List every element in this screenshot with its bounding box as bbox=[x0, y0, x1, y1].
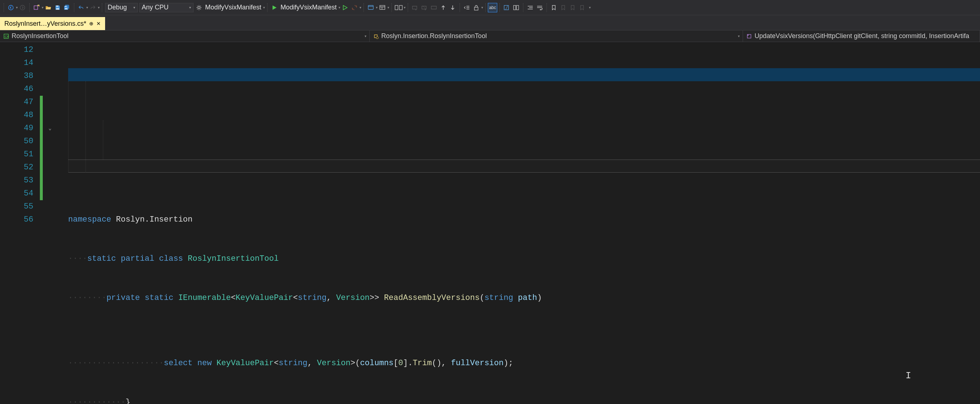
svg-rect-2 bbox=[34, 6, 38, 10]
code-line: ····················select new KeyValueP… bbox=[68, 357, 980, 370]
svg-rect-11 bbox=[399, 5, 402, 10]
line-number: 14 bbox=[0, 57, 33, 70]
indent-lines-button[interactable] bbox=[525, 3, 535, 12]
comment-block-button[interactable] bbox=[429, 3, 439, 12]
member-dropdown[interactable]: UpdateVsixVersions(GitHttpClient gitClie… bbox=[743, 30, 980, 42]
line-number: 47 bbox=[0, 96, 33, 109]
svg-rect-14 bbox=[514, 5, 516, 10]
csproj-icon: C# bbox=[3, 33, 10, 40]
bookmark-prev-button[interactable] bbox=[558, 3, 568, 12]
startup-project-label-1: ModifyVsixManifest bbox=[204, 4, 263, 11]
svg-rect-13 bbox=[504, 5, 509, 10]
document-tab-well: RoslynInsert…yVersions.cs* ⊕ ✕ bbox=[0, 15, 980, 30]
line-number: 46 bbox=[0, 83, 33, 96]
view-class-button[interactable] bbox=[502, 3, 511, 12]
save-button[interactable] bbox=[53, 3, 62, 12]
bookmark-button[interactable] bbox=[549, 3, 558, 12]
svg-point-18 bbox=[376, 37, 379, 39]
undo-button[interactable] bbox=[76, 3, 86, 12]
line-number-gutter: 1214384647484950515253545556 bbox=[0, 42, 40, 404]
svg-point-0 bbox=[9, 5, 13, 10]
save-all-button[interactable] bbox=[62, 3, 72, 12]
dropdown-arrow-icon: ▾ bbox=[738, 34, 740, 38]
class-icon bbox=[372, 33, 379, 40]
open-file-button[interactable] bbox=[43, 3, 53, 12]
method-icon bbox=[746, 33, 752, 40]
line-number: 53 bbox=[0, 174, 33, 187]
member-name: UpdateVsixVersions(GitHttpClient gitClie… bbox=[754, 32, 969, 40]
code-navbar: C# RoslynInsertionTool ▾ Roslyn.Insertio… bbox=[0, 30, 980, 42]
hot-reload-button[interactable] bbox=[350, 3, 359, 12]
type-dropdown[interactable]: Roslyn.Insertion.RoslynInsertionTool ▾ bbox=[370, 30, 743, 42]
code-surface[interactable]: namespace Roslyn.Insertion ····static pa… bbox=[68, 42, 980, 404]
line-number: 52 bbox=[0, 161, 33, 174]
bookmark-clear-button[interactable] bbox=[578, 3, 587, 12]
dropdown-arrow-icon[interactable]: ▾ bbox=[263, 5, 265, 10]
code-line: ····static partial class RoslynInsertion… bbox=[68, 252, 980, 265]
start-without-debug-button[interactable] bbox=[340, 3, 350, 12]
svg-rect-5 bbox=[65, 6, 67, 7]
mouse-cursor-icon: I bbox=[905, 369, 911, 382]
solution-config-dropdown[interactable]: Debug▾ bbox=[105, 3, 138, 12]
solution-platform-dropdown[interactable]: Any CPU▾ bbox=[139, 3, 194, 12]
dropdown-arrow-icon: ▾ bbox=[364, 34, 366, 38]
line-number: 49 bbox=[0, 122, 33, 135]
view-detail-button[interactable] bbox=[511, 3, 521, 12]
svg-rect-4 bbox=[56, 8, 59, 10]
redo-button[interactable] bbox=[88, 3, 97, 12]
code-line: ············} bbox=[68, 396, 980, 404]
code-editor[interactable]: 1214384647484950515253545556 ⌄ namespace… bbox=[0, 42, 980, 404]
dropdown-arrow-icon[interactable]: ▾ bbox=[404, 5, 406, 10]
svg-rect-6 bbox=[65, 8, 67, 10]
line-number: 51 bbox=[0, 148, 33, 161]
start-debug-button[interactable] bbox=[270, 3, 279, 12]
nav-forward-button[interactable] bbox=[18, 3, 27, 12]
move-up-button[interactable] bbox=[439, 3, 448, 12]
word-wrap-button[interactable] bbox=[535, 3, 544, 12]
svg-rect-15 bbox=[517, 5, 519, 10]
lock-icon[interactable] bbox=[471, 3, 481, 12]
toolbar-overflow-icon[interactable]: ▾ bbox=[589, 5, 591, 10]
active-document-tab[interactable]: RoslynInsert…yVersions.cs* ⊕ ✕ bbox=[0, 17, 105, 30]
line-number: 12 bbox=[0, 43, 33, 57]
pair-button[interactable] bbox=[394, 3, 403, 12]
svg-point-1 bbox=[20, 5, 25, 10]
nav-back-button[interactable] bbox=[6, 3, 16, 12]
dropdown-arrow-icon[interactable]: ▾ bbox=[387, 5, 389, 10]
close-icon[interactable]: ✕ bbox=[96, 21, 101, 27]
line-number: 56 bbox=[0, 213, 33, 226]
comment-out-button[interactable] bbox=[410, 3, 420, 12]
svg-rect-10 bbox=[395, 5, 398, 10]
svg-text:C#: C# bbox=[5, 35, 9, 38]
main-toolbar: ▾ ▾ ▾ ▾ Debug▾ Any CPU▾ ModifyVsixManife… bbox=[0, 0, 980, 15]
svg-point-20 bbox=[748, 34, 749, 35]
dropdown-arrow-icon[interactable]: ▾ bbox=[360, 5, 361, 10]
code-line: ········private static IEnumerable<KeyVa… bbox=[68, 292, 980, 305]
line-number: 50 bbox=[0, 135, 33, 148]
move-down-button[interactable] bbox=[448, 3, 457, 12]
new-project-button[interactable] bbox=[32, 3, 41, 12]
gear-icon[interactable] bbox=[194, 3, 204, 12]
layout-button[interactable] bbox=[378, 3, 387, 12]
fold-toggle[interactable]: ⌄ bbox=[47, 126, 53, 131]
project-name: RoslynInsertionTool bbox=[11, 32, 68, 40]
svg-rect-8 bbox=[368, 5, 373, 10]
svg-point-7 bbox=[198, 6, 200, 9]
line-number: 38 bbox=[0, 70, 33, 83]
outdent-button[interactable] bbox=[462, 3, 471, 12]
uncomment-button[interactable] bbox=[420, 3, 429, 12]
dropdown-arrow-icon[interactable]: ▾ bbox=[481, 5, 483, 10]
line-number: 54 bbox=[0, 187, 33, 200]
bookmark-next-button[interactable] bbox=[568, 3, 578, 12]
pin-icon[interactable]: ⊕ bbox=[89, 21, 94, 27]
marker-gutter: ⌄ bbox=[40, 42, 68, 404]
svg-rect-3 bbox=[56, 5, 58, 7]
type-name: Roslyn.Insertion.RoslynInsertionTool bbox=[381, 32, 487, 40]
browser-link-button[interactable] bbox=[366, 3, 375, 12]
dropdown-arrow-icon[interactable]: ▾ bbox=[98, 5, 100, 10]
svg-rect-9 bbox=[380, 5, 385, 10]
project-dropdown[interactable]: C# RoslynInsertionTool ▾ bbox=[0, 30, 370, 42]
svg-rect-12 bbox=[474, 7, 478, 10]
abc-spellcheck-button[interactable]: abc bbox=[488, 3, 497, 12]
startup-project-label-2: ModifyVsixManifest bbox=[279, 4, 338, 11]
